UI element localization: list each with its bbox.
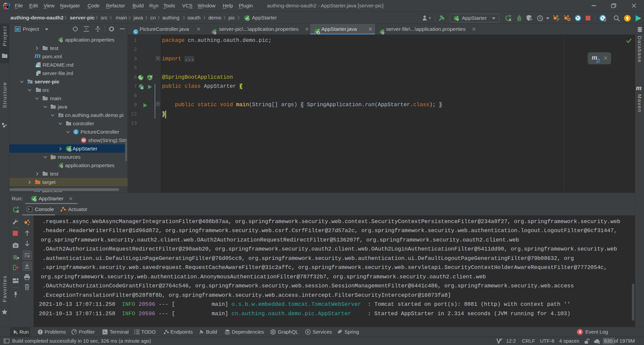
svg-text:MD: MD xyxy=(36,65,40,67)
svg-text:IJ: IJ xyxy=(5,4,8,7)
